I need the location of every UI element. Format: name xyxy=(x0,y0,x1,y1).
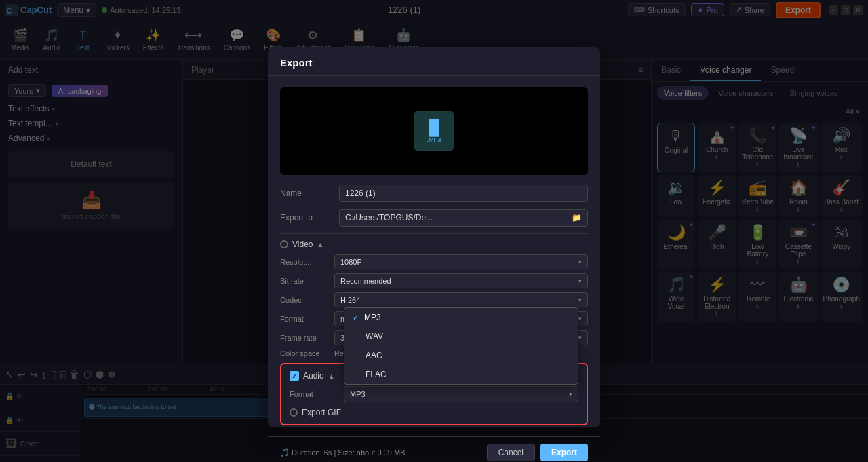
codec-value: H.264 xyxy=(340,296,360,304)
option-label: MP3 xyxy=(364,313,381,322)
dropdown-option-aac[interactable]: AAC xyxy=(344,346,578,365)
bit-rate-row: Bit rate Recommended ▾ xyxy=(280,273,588,288)
bit-rate-select[interactable]: Recommended ▾ xyxy=(334,273,588,288)
audio-checkbox[interactable]: ✓ xyxy=(290,371,299,381)
codec-row: Codec H.264 ▾ xyxy=(280,292,588,307)
format-label: Format xyxy=(280,315,328,323)
export-to-value: C:/Users/TOPGUS/De... xyxy=(345,213,433,223)
export-confirm-button[interactable]: Export xyxy=(540,444,588,461)
video-radio xyxy=(280,240,288,248)
export-to-row: Export to C:/Users/TOPGUS/De... 📁 xyxy=(280,209,588,227)
color-space-label: Color space xyxy=(280,349,328,358)
name-label: Name xyxy=(280,189,331,198)
export-gif-radio[interactable] xyxy=(290,408,298,417)
audio-format-value: MP3 xyxy=(350,390,366,398)
video-toggle[interactable]: Video ▲ xyxy=(280,239,588,249)
export-modal: Export ▐▌ .MP3 Name Export to C:/Users/T… xyxy=(268,47,600,427)
chevron-up-icon: ▲ xyxy=(317,241,323,248)
resolution-row: Resolut... 1080P ▾ xyxy=(280,254,588,269)
chevron-down-icon: ▾ xyxy=(578,334,582,341)
audio-section-label: Audio xyxy=(303,371,324,381)
audio-section: ✓ Audio ▲ Format MP3 ▾ ✓ MP xyxy=(280,363,588,425)
export-gif-row: Export GIF xyxy=(290,408,578,417)
export-to-field[interactable]: C:/Users/TOPGUS/De... 📁 xyxy=(339,209,588,227)
audio-format-popup: ✓ MP3 WAV AAC xyxy=(344,307,578,385)
name-row: Name xyxy=(280,185,588,202)
preview-area: ▐▌ .MP3 xyxy=(280,87,588,175)
audio-format-label: Format xyxy=(290,390,337,398)
audio-format-dropdown-container: MP3 ▾ ✓ MP3 WAV xyxy=(344,386,578,402)
audio-format-row: Format MP3 ▾ ✓ MP3 xyxy=(290,386,578,402)
chevron-up-icon: ▲ xyxy=(328,372,335,380)
resolution-select[interactable]: 1080P ▾ xyxy=(334,254,588,269)
modal-overlay: Export ▐▌ .MP3 Name Export to C:/Users/T… xyxy=(0,0,868,462)
codec-select[interactable]: H.264 ▾ xyxy=(334,292,588,307)
modal-footer: 🎵 Duration: 6s | Size: about 0.09 MB Can… xyxy=(268,436,600,462)
chevron-down-icon: ▾ xyxy=(578,258,582,265)
resolution-label: Resolut... xyxy=(280,258,328,266)
waveform-icon: ▐▌ xyxy=(423,119,444,136)
option-label: WAV xyxy=(366,332,383,341)
option-label: FLAC xyxy=(366,370,387,379)
chevron-down-icon: ▾ xyxy=(578,277,582,284)
modal-footer-buttons: Cancel Export xyxy=(487,444,588,461)
divider-1 xyxy=(280,233,588,234)
file-info: 🎵 Duration: 6s | Size: about 0.09 MB xyxy=(280,448,405,457)
name-input[interactable] xyxy=(339,185,588,202)
chevron-down-icon: ▾ xyxy=(569,391,572,398)
file-icon: 🎵 xyxy=(280,448,290,457)
folder-icon: 📁 xyxy=(572,213,582,223)
chevron-down-icon: ▾ xyxy=(578,315,582,322)
mp3-label: .MP3 xyxy=(427,136,441,143)
export-gif-label: Export GIF xyxy=(302,408,341,417)
dropdown-option-mp3[interactable]: ✓ MP3 xyxy=(344,308,578,327)
checkmark-icon: ✓ xyxy=(353,313,359,322)
chevron-down-icon: ▾ xyxy=(578,296,582,303)
cancel-button[interactable]: Cancel xyxy=(487,444,535,461)
video-section-label: Video xyxy=(292,239,313,249)
bit-rate-label: Bit rate xyxy=(280,277,328,285)
resolution-value: 1080P xyxy=(340,258,362,266)
modal-body: ▐▌ .MP3 Name Export to C:/Users/TOPGUS/D… xyxy=(268,76,600,436)
export-to-label: Export to xyxy=(280,213,331,223)
frame-rate-label: Frame rate xyxy=(280,334,328,342)
audio-format-select[interactable]: MP3 ▾ xyxy=(344,386,578,402)
codec-label: Codec xyxy=(280,296,328,304)
bit-rate-value: Recommended xyxy=(340,277,391,285)
duration-text: Duration: 6s | Size: about 0.09 MB xyxy=(292,448,405,457)
dropdown-option-wav[interactable]: WAV xyxy=(344,327,578,346)
dropdown-option-flac[interactable]: FLAC xyxy=(344,365,578,384)
mp3-preview: ▐▌ .MP3 xyxy=(414,111,454,151)
modal-title: Export xyxy=(268,47,600,76)
option-label: AAC xyxy=(366,351,382,360)
